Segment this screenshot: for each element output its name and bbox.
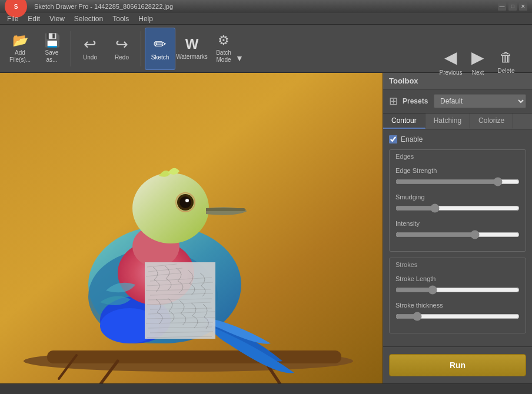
undo-button[interactable]: ↩ Undo [75, 28, 105, 70]
batch-label: Batch Mode [216, 49, 231, 64]
menu-file[interactable]: File [2, 14, 23, 24]
menu-selection[interactable]: Selection [69, 14, 108, 24]
presets-select[interactable]: Default [434, 94, 526, 108]
svg-rect-2 [47, 350, 341, 363]
stroke-thickness-label: Stroke thickness [395, 302, 520, 309]
toolbox-title: Toolbox [389, 76, 418, 85]
watermarks-label: Watermarks [176, 54, 208, 60]
sketch-icon: ✏ [154, 36, 167, 52]
watermarks-button[interactable]: W Watermarks [177, 28, 207, 70]
previous-label: Previous [440, 69, 463, 76]
edge-strength-slider[interactable] [395, 176, 520, 187]
run-button-area: Run [383, 346, 532, 383]
delete-label: Delete [498, 68, 515, 74]
statusbar [0, 383, 532, 394]
nav-area: ◀ Previous ▶ Next 🗑 Delete [438, 38, 520, 86]
close-button[interactable]: ✕ [519, 2, 527, 11]
svg-point-15 [185, 199, 189, 202]
canvas-area[interactable] [0, 73, 383, 383]
previous-button[interactable]: ◀ Previous [438, 41, 464, 83]
next-icon: ▶ [471, 48, 484, 67]
presets-icon: ⊞ [389, 95, 398, 108]
stroke-thickness-slider[interactable] [395, 311, 520, 322]
toolbar-separator-1 [71, 31, 71, 66]
run-button[interactable]: Run [389, 354, 526, 376]
edge-strength-row: Edge Strength [395, 167, 520, 189]
stroke-length-label: Stroke Length [395, 275, 520, 282]
smudging-slider[interactable] [395, 203, 520, 213]
tab-content-area: Enable Edges Edge Strength Smudging Inte… [383, 129, 532, 346]
menu-view[interactable]: View [45, 14, 69, 24]
window-title: Sketch Drawer Pro - 1442285_80661628222.… [34, 3, 173, 10]
menu-help[interactable]: Help [134, 14, 158, 24]
save-label: Save as... [45, 49, 59, 64]
tab-colorize[interactable]: Colorize [470, 113, 513, 129]
sketch-label: Sketch [151, 54, 169, 61]
save-icon: 💾 [44, 34, 60, 47]
next-label: Next [472, 69, 484, 76]
image-background [0, 73, 383, 383]
svg-rect-17 [145, 262, 215, 339]
edges-title: Edges [393, 153, 416, 160]
titlebar: S Sketch Drawer Pro - 1442285_8066162822… [0, 0, 532, 13]
enable-row: Enable [389, 135, 526, 143]
stroke-thickness-row: Stroke thickness [395, 302, 520, 323]
toolbox-panel: Toolbox ⊞ Presets Default Contour Hatchi… [383, 73, 532, 383]
toolbar: 📂 Add File(s)... 💾 Save as... ↩ Undo ↪ R… [0, 25, 532, 73]
undo-label: Undo [83, 54, 97, 61]
next-button[interactable]: ▶ Next [465, 41, 491, 83]
strokes-group: Strokes Stroke Length Stroke thickness [389, 258, 526, 333]
toolbar-separator-2 [141, 31, 141, 66]
edge-strength-label: Edge Strength [395, 167, 520, 174]
previous-icon: ◀ [444, 48, 457, 67]
add-files-button[interactable]: 📂 Add File(s)... [5, 28, 35, 70]
watermarks-icon: W [185, 37, 199, 51]
minimize-button[interactable]: — [498, 2, 506, 11]
add-files-label: Add File(s)... [9, 49, 31, 64]
enable-label[interactable]: Enable [401, 135, 423, 143]
smudging-label: Smudging [395, 193, 520, 201]
redo-label: Redo [115, 54, 129, 61]
batch-icon: ⚙ [218, 34, 230, 47]
tabs-container: Contour Hatching Colorize [383, 113, 532, 129]
window-controls: — □ ✕ [498, 2, 527, 11]
redo-button[interactable]: ↪ Redo [107, 28, 137, 70]
tab-hatching[interactable]: Hatching [425, 113, 470, 129]
delete-button[interactable]: 🗑 Delete [492, 41, 520, 83]
undo-icon: ↩ [84, 36, 97, 52]
presets-label: Presets [403, 97, 429, 105]
edges-group: Edges Edge Strength Smudging Intensity [389, 149, 526, 252]
presets-row: ⊞ Presets Default [383, 89, 532, 113]
menu-edit[interactable]: Edit [23, 14, 45, 24]
intensity-slider[interactable] [395, 229, 520, 240]
intensity-row: Intensity [395, 220, 520, 242]
main-area: Toolbox ⊞ Presets Default Contour Hatchi… [0, 73, 532, 383]
batch-dropdown[interactable]: ▼ [235, 54, 244, 63]
add-files-icon: 📂 [12, 34, 28, 47]
svg-point-14 [179, 196, 191, 208]
batch-mode-button[interactable]: ⚙ Batch Mode [208, 28, 239, 70]
svg-point-12 [132, 173, 209, 243]
menu-tools[interactable]: Tools [108, 14, 134, 24]
bird-illustration [0, 73, 383, 383]
intensity-label: Intensity [395, 220, 520, 227]
tab-contour[interactable]: Contour [383, 113, 425, 129]
stroke-length-row: Stroke Length [395, 275, 520, 297]
sketch-button[interactable]: ✏ Sketch [145, 28, 175, 70]
redo-icon: ↪ [115, 36, 128, 52]
delete-icon: 🗑 [500, 50, 513, 65]
maximize-button[interactable]: □ [508, 2, 517, 11]
enable-checkbox[interactable] [389, 135, 397, 143]
smudging-row: Smudging [395, 193, 520, 215]
strokes-title: Strokes [393, 261, 420, 268]
stroke-length-slider[interactable] [395, 285, 520, 295]
save-as-button[interactable]: 💾 Save as... [36, 28, 67, 70]
